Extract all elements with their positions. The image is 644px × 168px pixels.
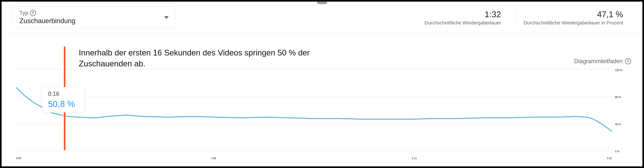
- metric-label: Durchschnittliche Wiedergabedauer: [424, 20, 501, 26]
- svg-text:120 %: 120 %: [615, 69, 622, 72]
- retention-chart: 0 %40 %80 %120 %0:001:052:113:16: [13, 37, 631, 165]
- chart-area: Diagrammleitfaden ? Innerhalb der ersten…: [13, 37, 631, 165]
- metric-label: Durchschnittliche Wiedergabedauer in Pro…: [524, 20, 623, 26]
- chart-tooltip: 0:16 50,8 %: [42, 87, 84, 112]
- type-dropdown[interactable]: Typ ? Zuschauerbindung: [13, 6, 175, 28]
- tooltip-value: 50,8 %: [48, 99, 78, 109]
- svg-text:0:00: 0:00: [16, 157, 21, 160]
- svg-text:80 %: 80 %: [615, 96, 621, 98]
- chart-header: Typ ? Zuschauerbindung 1:32 Durchschnitt…: [2, 2, 642, 34]
- analytics-panel: Typ ? Zuschauerbindung 1:32 Durchschnitt…: [0, 0, 644, 168]
- help-icon[interactable]: ?: [30, 10, 36, 16]
- svg-text:1:05: 1:05: [211, 157, 216, 160]
- tooltip-time: 0:16: [48, 90, 78, 97]
- svg-text:2:11: 2:11: [412, 157, 417, 160]
- type-label: Typ: [20, 10, 28, 16]
- type-value: Zuschauerbindung: [20, 17, 169, 25]
- svg-text:0 %: 0 %: [615, 150, 620, 153]
- drag-handle-icon[interactable]: [317, 2, 327, 4]
- chevron-down-icon: [164, 16, 169, 19]
- metric-value: 47,1 %: [597, 10, 623, 19]
- metric-value: 1:32: [485, 10, 501, 19]
- metric-avg-duration-percent: 47,1 % Durchschnittliche Wiedergabedauer…: [515, 10, 631, 26]
- metric-avg-duration: 1:32 Durchschnittliche Wiedergabedauer: [416, 10, 509, 26]
- svg-text:3:16: 3:16: [607, 157, 612, 160]
- svg-text:40 %: 40 %: [615, 123, 621, 126]
